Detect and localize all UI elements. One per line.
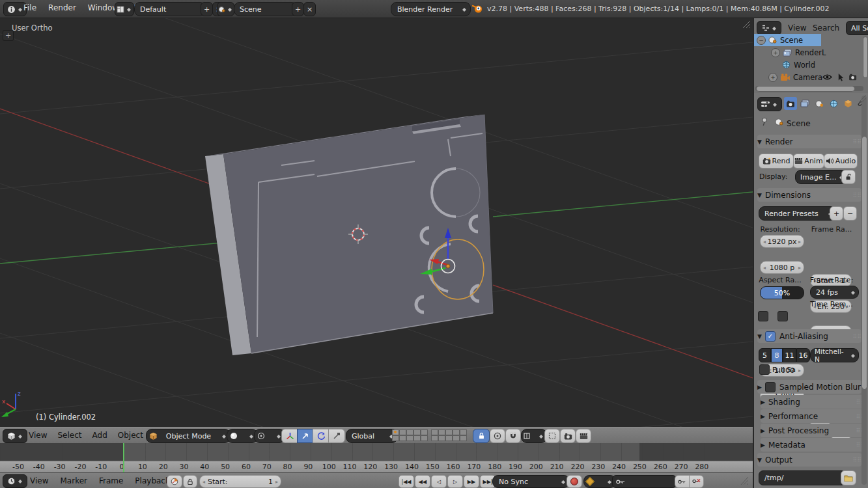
menu-item[interactable]: File bbox=[22, 3, 38, 12]
full-sample-checkbox[interactable] bbox=[759, 364, 770, 375]
render-engine-dropdown[interactable]: Blender Render bbox=[391, 2, 471, 16]
render-still-button[interactable]: Rend bbox=[759, 154, 794, 169]
scrollbar-thumb[interactable] bbox=[756, 86, 855, 92]
menu-item[interactable]: Select bbox=[57, 431, 81, 440]
collapse-triangle-icon[interactable]: ▼ bbox=[757, 192, 765, 198]
viewport-3d[interactable]: z x User Ortho (1) Cylinder.002 + bbox=[0, 18, 753, 427]
browse-output-button[interactable] bbox=[841, 470, 856, 485]
panel-header-motion-blur[interactable]: ▶ Sampled Motion Blur bbox=[757, 380, 861, 394]
insert-keyframes-button[interactable] bbox=[675, 475, 690, 488]
transform-orientation-dropdown[interactable]: Global bbox=[346, 429, 398, 443]
panel-header-render[interactable]: ▼ Render ⠿⠿ bbox=[757, 135, 861, 148]
aa-samples-16[interactable]: 16 bbox=[796, 348, 810, 362]
expand-icon[interactable]: + bbox=[768, 73, 777, 82]
editor-type-properties-button[interactable] bbox=[757, 97, 782, 111]
border-checkbox[interactable] bbox=[758, 311, 768, 321]
pin-icon[interactable] bbox=[761, 117, 768, 126]
region-resize-grip[interactable] bbox=[740, 476, 749, 488]
cursor-arrow-icon[interactable] bbox=[837, 73, 845, 81]
aa-samples-8[interactable]: 8 bbox=[771, 348, 783, 362]
transport-button[interactable]: ▷ bbox=[447, 475, 463, 488]
resolution-x-field[interactable]: 1920 px bbox=[760, 235, 804, 248]
toolshelf-expand-button[interactable]: + bbox=[3, 30, 14, 41]
region-resize-grip[interactable] bbox=[742, 20, 751, 31]
panel-header-collapsed[interactable]: ▶ Metadata ⠿⠿ bbox=[761, 438, 865, 452]
camera-restrict-icon[interactable] bbox=[848, 74, 858, 81]
timeline-ruler[interactable]: -50-40-30-20-100102030405060708090100110… bbox=[0, 461, 753, 473]
panel-header-collapsed[interactable]: ▶ Performance ⠿⠿ bbox=[761, 409, 865, 423]
current-frame-indicator[interactable] bbox=[123, 443, 124, 472]
drag-handle-icon[interactable]: ⠿⠿ bbox=[853, 192, 861, 198]
add-scene-button[interactable]: + bbox=[292, 2, 304, 16]
delete-scene-button[interactable]: × bbox=[303, 2, 316, 16]
menu-item[interactable]: Render bbox=[47, 3, 77, 12]
opengl-anim-render-button[interactable] bbox=[576, 429, 591, 443]
properties-scrollbar-track[interactable] bbox=[861, 96, 867, 485]
resolution-y-field[interactable]: 1080 p bbox=[760, 261, 804, 274]
outliner-display-filter-dropdown[interactable]: All Sc bbox=[846, 21, 868, 35]
layers-widget[interactable] bbox=[392, 429, 466, 441]
expand-triangle-icon[interactable]: ▶ bbox=[761, 413, 768, 420]
tab-render[interactable] bbox=[784, 97, 797, 110]
screen-layout-icon-button[interactable] bbox=[115, 2, 134, 16]
viewport-shading-dropdown[interactable] bbox=[227, 429, 258, 443]
drag-handle-icon[interactable]: ⠿⠿ bbox=[853, 139, 861, 145]
render-border-button[interactable] bbox=[544, 429, 560, 443]
screen-layout-name-field[interactable]: Default bbox=[134, 2, 206, 16]
add-preset-button[interactable]: + bbox=[830, 206, 843, 221]
menu-item[interactable]: Playback bbox=[135, 476, 170, 485]
layer-1-active[interactable] bbox=[392, 429, 399, 435]
outliner-row-world[interactable]: World bbox=[754, 59, 868, 71]
editor-type-3dview-button[interactable] bbox=[3, 429, 27, 443]
remove-preset-button[interactable]: − bbox=[843, 206, 857, 221]
menu-item[interactable]: Frame bbox=[99, 476, 123, 485]
outliner-vscrollbar[interactable] bbox=[863, 36, 868, 78]
delete-keyframes-button[interactable] bbox=[689, 475, 704, 488]
scene-browse-button[interactable] bbox=[217, 2, 234, 16]
opengl-render-button[interactable] bbox=[560, 429, 576, 443]
proportional-edit-button[interactable] bbox=[490, 429, 505, 443]
frame-rate-dropdown[interactable]: 24 fps bbox=[810, 286, 859, 299]
render-presets-dropdown[interactable]: Render Presets bbox=[759, 206, 836, 221]
collapse-triangle-icon[interactable]: ▼ bbox=[757, 139, 765, 145]
outliner-menu-search[interactable]: Search bbox=[813, 23, 839, 33]
motion-blur-checkbox[interactable] bbox=[765, 382, 776, 392]
expand-triangle-icon[interactable]: ▶ bbox=[761, 399, 768, 405]
snap-element-dropdown[interactable] bbox=[521, 429, 547, 443]
start-frame-field[interactable]: Start: 1 bbox=[199, 475, 281, 488]
display-lock-button[interactable] bbox=[841, 170, 856, 184]
timeline-frames-area[interactable] bbox=[0, 443, 753, 461]
scene-name-field[interactable]: Scene bbox=[234, 2, 298, 16]
keying-set-dropdown[interactable] bbox=[583, 475, 616, 488]
aa-samples-11[interactable]: 11 bbox=[783, 348, 796, 362]
rotate-manipulator-button[interactable] bbox=[313, 429, 329, 443]
snap-button[interactable] bbox=[505, 429, 521, 443]
mode-dropdown[interactable]: Object Mode bbox=[146, 429, 231, 443]
outliner-row-scene[interactable]: − Scene bbox=[754, 34, 868, 46]
add-layout-button[interactable]: + bbox=[201, 2, 213, 16]
expand-triangle-icon[interactable]: ▶ bbox=[757, 384, 765, 390]
transport-button[interactable]: ▶▶ bbox=[464, 475, 479, 488]
panel-header-antialiasing[interactable]: ▼ ✓ Anti-Aliasing ⠿⠿ bbox=[757, 329, 861, 343]
drag-handle-icon[interactable]: ⠿⠿ bbox=[853, 457, 861, 463]
translate-manipulator-button[interactable] bbox=[297, 429, 314, 443]
editor-type-timeline-button[interactable] bbox=[3, 474, 27, 488]
scale-manipulator-button[interactable] bbox=[328, 429, 345, 443]
menu-item[interactable]: Object bbox=[118, 431, 143, 440]
expand-icon[interactable]: + bbox=[771, 48, 780, 57]
crop-checkbox[interactable] bbox=[777, 311, 788, 321]
collapse-triangle-icon[interactable]: ▼ bbox=[757, 333, 765, 340]
expand-triangle-icon[interactable]: ▶ bbox=[761, 427, 768, 434]
aa-samples-5[interactable]: 5 bbox=[759, 348, 771, 362]
antialiasing-checkbox[interactable]: ✓ bbox=[765, 331, 776, 342]
sync-mode-dropdown[interactable]: No Sync bbox=[492, 475, 570, 488]
drag-handle-icon[interactable]: ⠿⠿ bbox=[853, 333, 861, 340]
expand-triangle-icon[interactable]: ▶ bbox=[761, 442, 768, 448]
outliner-row-renderlayer[interactable]: + RenderL bbox=[754, 46, 868, 59]
outliner-row-camera[interactable]: + Camera bbox=[754, 71, 868, 83]
render-audio-button[interactable]: Audio bbox=[824, 154, 858, 169]
panel-header-output[interactable]: ▼ Output ⠿⠿ bbox=[757, 453, 861, 467]
display-mode-dropdown[interactable]: Image E... bbox=[795, 170, 847, 184]
pivot-dropdown[interactable] bbox=[254, 429, 285, 443]
scene-lock-button[interactable] bbox=[473, 429, 490, 443]
